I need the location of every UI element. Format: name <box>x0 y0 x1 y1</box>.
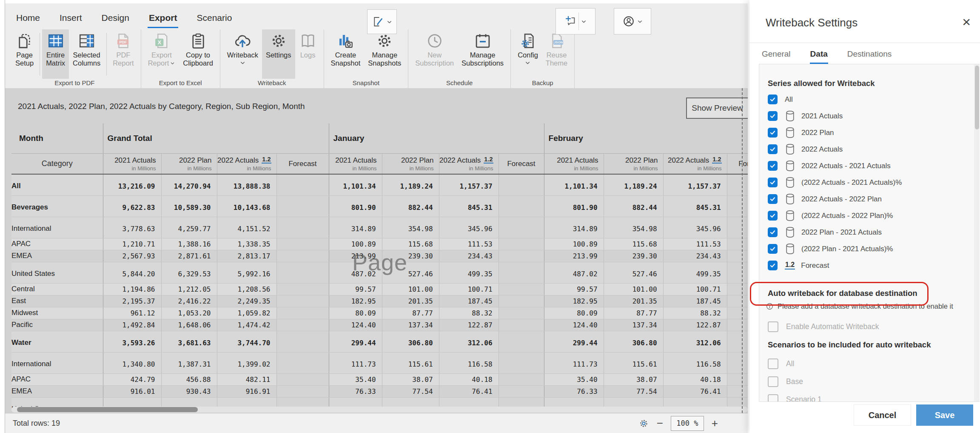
chevron-down-icon[interactable] <box>524 60 531 66</box>
checkbox-checked-icon[interactable] <box>768 178 778 187</box>
settings-button[interactable]: Settings <box>262 29 295 79</box>
series-item-2022-plan[interactable]: 2022 Plan <box>768 124 902 141</box>
checkbox-checked-icon[interactable] <box>768 161 778 171</box>
forecast-cell[interactable] <box>276 319 329 331</box>
page-setup-button[interactable]: PageSetup <box>11 29 37 79</box>
zoom-out-button[interactable]: − <box>657 418 663 429</box>
chevron-down-icon[interactable] <box>239 60 246 66</box>
series-item-2022-actuals-2022-plan[interactable]: 2022 Actuals - 2022 Plan <box>768 191 902 207</box>
selected-columns-button[interactable]: SelectedColumns <box>69 29 104 79</box>
ribbon-tab-design[interactable]: Design <box>100 8 131 28</box>
ribbon-tab-insert[interactable]: Insert <box>58 8 83 28</box>
forecast-cell[interactable] <box>727 174 748 195</box>
forecast-cell[interactable] <box>276 262 329 283</box>
show-preview-button[interactable]: Show Preview <box>686 97 748 119</box>
zoom-in-button[interactable]: + <box>712 418 718 429</box>
forecast-cell[interactable] <box>276 352 329 373</box>
forecast-cell[interactable] <box>499 238 544 250</box>
series-item-2022-actuals[interactable]: 2022 Actuals <box>768 141 902 158</box>
forecast-cell[interactable] <box>276 174 329 195</box>
forecast-cell[interactable] <box>727 217 748 238</box>
save-button[interactable]: Save <box>916 404 973 426</box>
zoom-settings-gear-icon[interactable] <box>638 418 649 429</box>
create-snapshot-button[interactable]: CreateSnapshot <box>327 29 365 79</box>
config-button[interactable]: Config <box>514 29 542 79</box>
checkbox-checked-icon[interactable] <box>768 261 778 270</box>
forecast-cell[interactable] <box>276 238 329 250</box>
checkbox-checked-icon[interactable] <box>768 95 778 104</box>
panel-scrollbar-thumb[interactable] <box>975 66 979 129</box>
horizontal-scrollbar-thumb[interactable] <box>17 407 198 412</box>
forecast-cell[interactable] <box>499 331 544 352</box>
horizontal-scrollbar[interactable] <box>11 407 748 413</box>
forecast-cell[interactable] <box>499 373 544 385</box>
forecast-cell[interactable] <box>727 319 748 331</box>
forecast-cell[interactable] <box>727 238 748 250</box>
checkbox-checked-icon[interactable] <box>768 128 778 138</box>
forecast-cell[interactable] <box>499 319 544 331</box>
forecast-cell[interactable] <box>499 262 544 283</box>
series-item-2022-plan-2021-actuals[interactable]: 2022 Plan - 2021 Actuals <box>768 224 902 241</box>
forecast-cell[interactable] <box>499 385 544 397</box>
forecast-cell[interactable] <box>499 174 544 195</box>
forecast-cell[interactable] <box>499 217 544 238</box>
forecast-cell[interactable] <box>276 331 329 352</box>
series-item-all[interactable]: All <box>768 91 902 108</box>
close-icon[interactable]: × <box>962 14 971 29</box>
checkbox-checked-icon[interactable] <box>768 244 778 254</box>
forecast-cell[interactable] <box>499 195 544 217</box>
forecast-cell[interactable] <box>499 283 544 295</box>
forecast-cell[interactable] <box>276 195 329 217</box>
forecast-cell[interactable] <box>276 217 329 238</box>
panel-tab-destinations[interactable]: Destinations <box>847 46 892 64</box>
series-item--2022-actuals-2022-plan-[interactable]: (2022 Actuals - 2022 Plan)% <box>768 207 902 224</box>
ribbon-tab-home[interactable]: Home <box>15 8 41 28</box>
forecast-cell[interactable] <box>276 373 329 385</box>
entire-matrix-button[interactable]: EntireMatrix <box>42 29 69 79</box>
zoom-level-value[interactable]: 100 % <box>671 416 704 431</box>
series-item-2022-actuals-2021-actuals[interactable]: 2022 Actuals - 2021 Actuals <box>768 158 902 174</box>
checkbox-checked-icon[interactable] <box>768 194 778 204</box>
forecast-cell[interactable] <box>727 283 748 295</box>
forecast-cell[interactable] <box>276 307 329 319</box>
forecast-cell[interactable] <box>727 250 748 262</box>
panel-tab-general[interactable]: General <box>761 46 791 64</box>
forecast-cell[interactable] <box>727 352 748 373</box>
forecast-cell[interactable] <box>499 250 544 262</box>
series-item--2022-actuals-2021-actuals-[interactable]: (2022 Actuals - 2021 Actuals)% <box>768 174 902 191</box>
forecast-cell[interactable] <box>499 307 544 319</box>
checkbox-checked-icon[interactable] <box>768 111 778 121</box>
checkbox-checked-icon[interactable] <box>768 227 778 237</box>
manage-snapshots-button[interactable]: ManageSnapshots <box>364 29 405 79</box>
enable-automatic-writeback-checkbox[interactable]: Enable Automatic Writeback <box>768 320 879 333</box>
forecast-cell[interactable] <box>276 250 329 262</box>
forecast-cell[interactable] <box>499 352 544 373</box>
add-comment-button[interactable] <box>556 8 595 34</box>
forecast-cell[interactable] <box>499 295 544 307</box>
account-button[interactable] <box>614 8 651 34</box>
forecast-cell[interactable] <box>727 373 748 385</box>
panel-scrollbar[interactable] <box>974 64 980 401</box>
writeback-button[interactable]: Writeback <box>223 29 262 79</box>
forecast-cell[interactable] <box>727 307 748 319</box>
cancel-button[interactable]: Cancel <box>854 404 911 426</box>
forecast-cell[interactable] <box>727 385 748 397</box>
forecast-cell[interactable] <box>727 262 748 283</box>
manage-subscriptions-button[interactable]: ManageSubscriptions <box>458 29 507 79</box>
ribbon-tab-export[interactable]: Export <box>148 8 179 28</box>
series-item--2022-plan-2021-actuals-[interactable]: (2022 Plan - 2021 Actuals)% <box>768 241 902 257</box>
checkbox-checked-icon[interactable] <box>768 211 778 221</box>
ribbon-tab-scenario[interactable]: Scenario <box>195 8 233 28</box>
copy-to-clipboard-button[interactable]: Copy toClipboard <box>179 29 217 79</box>
panel-tab-data[interactable]: Data <box>810 46 828 64</box>
panel-resize-divider[interactable] <box>742 88 743 413</box>
series-item-forecast[interactable]: 1.2Forecast <box>768 257 902 274</box>
forecast-cell[interactable] <box>276 283 329 295</box>
edit-page-button[interactable] <box>367 9 397 34</box>
forecast-cell[interactable] <box>276 295 329 307</box>
checkbox-unchecked-icon[interactable] <box>768 321 778 332</box>
forecast-cell[interactable] <box>727 195 748 217</box>
forecast-cell[interactable] <box>276 385 329 397</box>
forecast-cell[interactable] <box>727 331 748 352</box>
forecast-cell[interactable] <box>727 295 748 307</box>
